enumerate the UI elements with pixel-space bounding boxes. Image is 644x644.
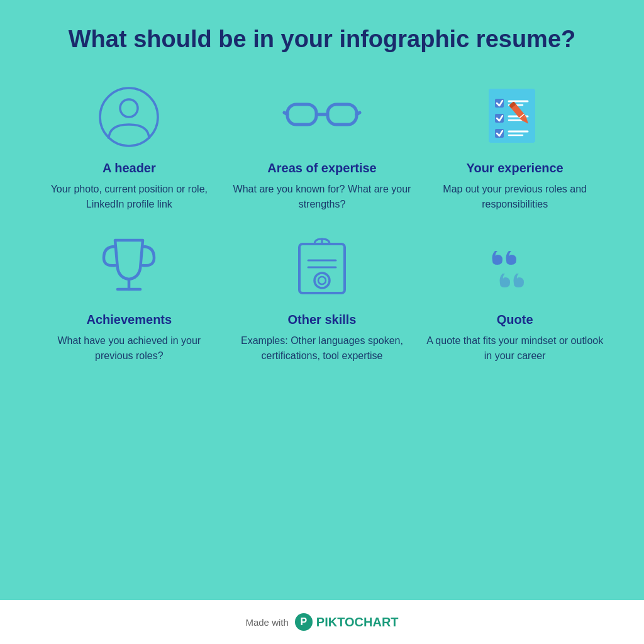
piktochart-logo: P PIKTOCHART	[295, 613, 399, 631]
card-header: A header Your photo, current position or…	[39, 79, 219, 212]
main-background: What should be in your infographic resum…	[0, 0, 644, 600]
svg-line-6	[357, 113, 360, 114]
svg-point-26	[314, 273, 330, 288]
card-expertise-title: Areas of expertise	[267, 161, 376, 175]
piktochart-p-icon: P	[295, 613, 313, 631]
card-experience-title: Your experience	[467, 161, 564, 175]
card-achievements-title: Achievements	[87, 313, 172, 327]
cards-grid: A header Your photo, current position or…	[39, 79, 605, 364]
card-quote: Quote A quote that fits your mindset or …	[425, 231, 605, 364]
card-skills-title: Other skills	[288, 313, 357, 327]
card-experience-desc: Map out your previous roles and responsi…	[425, 182, 605, 212]
achievements-icon	[97, 231, 160, 306]
svg-rect-2	[287, 104, 316, 125]
footer-made-with: Made with	[245, 617, 288, 628]
card-experience: Your experience Map out your previous ro…	[425, 79, 605, 212]
piktochart-brand: PIKTOCHART	[316, 615, 399, 630]
experience-icon	[484, 79, 547, 155]
card-skills: Other skills Examples: Other languages s…	[232, 231, 413, 364]
svg-rect-3	[328, 104, 357, 125]
card-header-desc: Your photo, current position or role, Li…	[39, 182, 219, 212]
card-skills-desc: Examples: Other languages spoken, certif…	[232, 333, 413, 364]
card-header-title: A header	[103, 161, 156, 175]
footer: Made with P PIKTOCHART	[0, 600, 644, 644]
svg-line-5	[284, 113, 287, 114]
svg-point-1	[120, 99, 138, 117]
svg-point-27	[318, 277, 326, 284]
card-achievements: Achievements What have you achieved in y…	[39, 231, 219, 364]
skills-icon	[291, 231, 353, 306]
card-quote-desc: A quote that fits your mindset or outloo…	[425, 333, 605, 364]
card-expertise: Areas of expertise What are you known fo…	[232, 79, 413, 212]
quote-icon	[484, 231, 547, 306]
svg-rect-23	[299, 244, 345, 293]
page-title: What should be in your infographic resum…	[69, 25, 576, 54]
card-achievements-desc: What have you achieved in your previous …	[39, 333, 219, 364]
card-expertise-desc: What are you known for? What are your st…	[232, 182, 413, 212]
card-quote-title: Quote	[497, 313, 533, 327]
header-icon	[97, 79, 160, 155]
expertise-icon	[284, 79, 360, 155]
